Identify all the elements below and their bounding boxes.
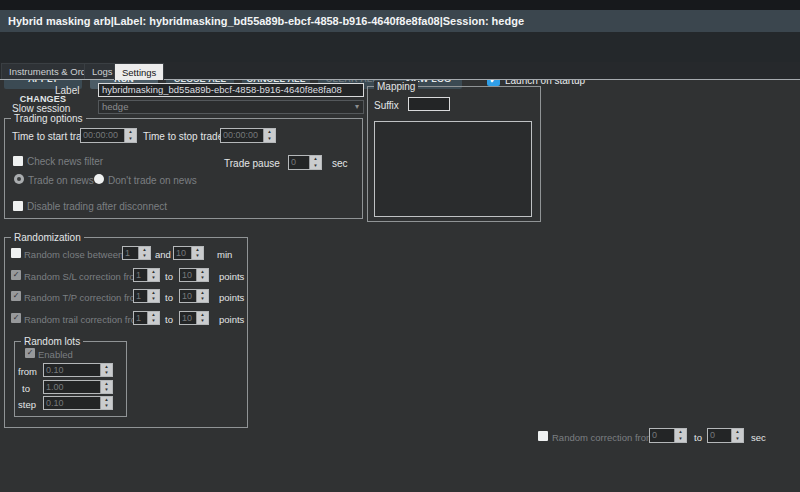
spinner-down-icon: ▼ (148, 318, 159, 324)
random-close-join: and (155, 249, 171, 260)
random-tp-join: to (165, 292, 173, 303)
mapping-title: Mapping (374, 81, 418, 92)
spinner-buttons[interactable]: ▲▼ (196, 312, 208, 324)
random-correction-to-spinner[interactable]: 0 ▲▼ (707, 428, 744, 443)
random-tp-to-spinner[interactable]: 10 ▲▼ (179, 289, 209, 303)
spinner-down-icon: ▼ (139, 253, 150, 259)
lots-from-spinner[interactable]: 0.10 ▲▼ (43, 363, 113, 377)
random-sl-unit: points (219, 271, 244, 282)
spinner-down-icon: ▼ (101, 387, 112, 393)
spinner-buttons[interactable]: ▲▼ (100, 364, 112, 376)
dont-trade-on-news-radio[interactable] (94, 174, 104, 184)
random-correction-label: Random correction from (552, 432, 654, 443)
slow-session-value: hedge (102, 101, 128, 112)
trade-on-news-label: Trade on news (28, 175, 94, 186)
slow-session-select[interactable]: hedge ▾ (98, 100, 364, 114)
random-trail-checkbox[interactable]: ✓ (11, 313, 21, 323)
spinner-buttons[interactable]: ▲▼ (674, 429, 686, 442)
spinner-buttons[interactable]: ▲▼ (196, 290, 208, 302)
tab-settings[interactable]: Settings (114, 63, 164, 80)
random-sl-label: Random S/L correction from (24, 271, 142, 282)
random-correction-from-spinner[interactable]: 0 ▲▼ (649, 428, 687, 443)
random-close-to-spinner[interactable]: 10 ▲▼ (173, 246, 204, 260)
spinner-buttons[interactable]: ▲▼ (196, 269, 208, 281)
random-sl-checkbox[interactable]: ✓ (11, 270, 21, 280)
spinner-down-icon: ▼ (197, 275, 208, 281)
random-sl-to-spinner[interactable]: 10 ▲▼ (179, 268, 209, 282)
spinner-down-icon: ▼ (101, 370, 112, 376)
spinner-down-icon: ▼ (732, 436, 743, 443)
disable-trading-label: Disable trading after disconnect (27, 201, 167, 212)
random-tp-unit: points (219, 292, 244, 303)
app-window: Hybrid masking arb|Label: hybridmasking_… (0, 0, 800, 492)
random-correction-checkbox[interactable] (538, 431, 548, 441)
random-correction-unit: sec (751, 432, 766, 443)
trade-pause-spinner[interactable]: 0 ▲▼ (288, 155, 322, 170)
spinner-down-icon: ▼ (197, 296, 208, 302)
random-tp-checkbox[interactable]: ✓ (11, 291, 21, 301)
random-lots-enabled-label: Enabled (38, 349, 73, 360)
random-trail-join: to (165, 314, 173, 325)
spinner-down-icon: ▼ (101, 403, 112, 409)
spinner-down-icon: ▼ (192, 253, 203, 259)
chevron-down-icon: ▾ (355, 101, 359, 113)
spinner-buttons[interactable]: ▲▼ (191, 247, 203, 259)
random-sl-from-spinner[interactable]: 1 ▲▼ (133, 268, 160, 282)
spinner-buttons[interactable]: ▲▼ (731, 429, 743, 442)
trade-on-news-radio[interactable] (14, 174, 24, 184)
checkmark-icon: ✓ (11, 291, 21, 301)
random-sl-join: to (165, 271, 173, 282)
time-to-stop-label: Time to stop trade (143, 131, 223, 142)
random-trail-from-spinner[interactable]: 1 ▲▼ (133, 311, 160, 325)
spinner-down-icon: ▼ (148, 296, 159, 302)
spinner-buttons[interactable]: ▲▼ (309, 156, 321, 169)
spinner-down-icon: ▼ (125, 136, 136, 143)
time-to-stop-spinner[interactable]: 00:00:00 ▲▼ (220, 128, 276, 143)
trading-options-title: Trading options (11, 113, 86, 124)
spinner-buttons[interactable]: ▲▼ (263, 129, 275, 142)
random-tp-label: Random T/P correction from (24, 292, 143, 303)
mapping-list[interactable] (374, 121, 532, 217)
random-trail-label: Random trail correction from (24, 314, 144, 325)
spinner-down-icon: ▼ (148, 275, 159, 281)
suffix-label: Suffix (374, 100, 399, 111)
random-correction-join: to (694, 432, 702, 443)
spinner-down-icon: ▼ (675, 436, 686, 443)
label-field-caption: Label (55, 85, 79, 96)
random-trail-to-spinner[interactable]: 10 ▲▼ (179, 311, 209, 325)
spinner-buttons[interactable]: ▲▼ (124, 129, 136, 142)
randomization-title: Randomization (11, 232, 84, 243)
random-close-from-spinner[interactable]: 1 ▲▼ (122, 246, 151, 260)
dont-trade-on-news-label: Don't trade on news (108, 175, 197, 186)
trade-pause-label: Trade pause (224, 158, 280, 169)
spinner-buttons[interactable]: ▲▼ (100, 381, 112, 393)
spinner-down-icon: ▼ (197, 318, 208, 324)
lots-step-spinner[interactable]: 0.10 ▲▼ (43, 396, 113, 410)
toolbar: APPLY CHANGES RUN CLOSE ALL CANCEL ALL C… (0, 32, 800, 62)
lots-step-label: step (18, 399, 36, 410)
time-to-start-spinner[interactable]: 00:00:00 ▲▼ (80, 128, 137, 143)
spinner-buttons[interactable]: ▲▼ (147, 312, 159, 324)
spinner-down-icon: ▼ (264, 136, 275, 143)
random-close-unit: min (217, 249, 232, 260)
spinner-buttons[interactable]: ▲▼ (138, 247, 150, 259)
suffix-input[interactable] (408, 97, 450, 111)
label-field[interactable]: hybridmasking_bd55a89b-ebcf-4858-b916-46… (98, 83, 364, 97)
random-lots-title: Random lots (21, 336, 83, 347)
trade-pause-unit: sec (332, 158, 348, 169)
random-close-label: Random close between (24, 249, 123, 260)
spinner-buttons[interactable]: ▲▼ (100, 397, 112, 409)
check-news-filter-checkbox[interactable] (13, 156, 23, 166)
lots-to-spinner[interactable]: 1.00 ▲▼ (43, 380, 113, 394)
lots-from-label: from (18, 366, 37, 377)
window-title: Hybrid masking arb|Label: hybridmasking_… (0, 10, 800, 32)
random-tp-from-spinner[interactable]: 1 ▲▼ (133, 289, 160, 303)
top-strip (0, 0, 800, 10)
spinner-buttons[interactable]: ▲▼ (147, 290, 159, 302)
disable-trading-checkbox[interactable] (13, 201, 23, 211)
random-close-checkbox[interactable] (11, 248, 21, 258)
random-trail-unit: points (219, 314, 244, 325)
checkmark-icon: ✓ (11, 313, 21, 323)
spinner-buttons[interactable]: ▲▼ (147, 269, 159, 281)
random-lots-enabled-checkbox[interactable]: ✓ (25, 348, 35, 358)
